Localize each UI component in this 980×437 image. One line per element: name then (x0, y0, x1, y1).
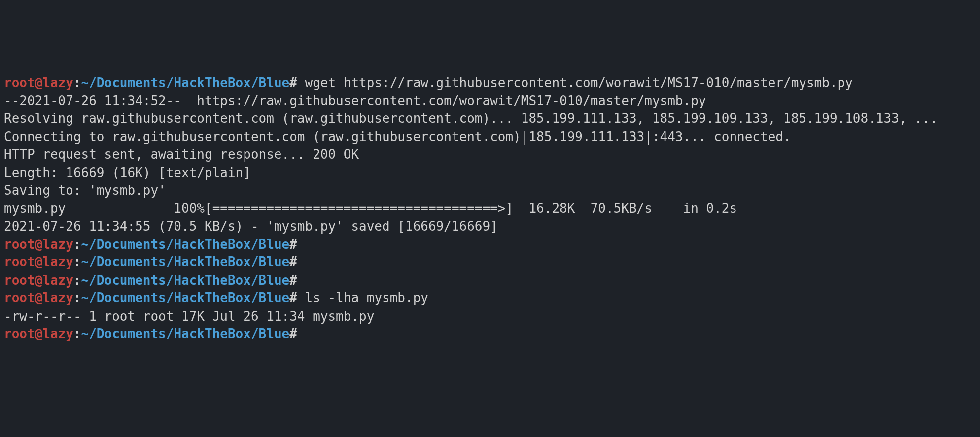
prompt-hash: # (289, 327, 297, 341)
output-line: Length: 16669 (16K) [text/plain] (4, 164, 976, 182)
command-text: wget https://raw.githubusercontent.com/w… (297, 75, 853, 90)
output-progress-line: mysmb.py 100%[==========================… (4, 199, 976, 217)
terminal-output[interactable]: root@lazy:~/Documents/HackTheBox/Blue# w… (4, 74, 976, 343)
command-text (297, 327, 305, 341)
output-ls-line: -rw-r--r-- 1 root root 17K Jul 26 11:34 … (4, 307, 976, 325)
prompt-user: root@lazy (4, 75, 73, 90)
output-line: Saving to: 'mysmb.py' (4, 182, 976, 199)
command-line-3: root@lazy:~/Documents/HackTheBox/Blue# (4, 253, 976, 271)
output-line: 2021-07-26 11:34:55 (70.5 KB/s) - 'mysmb… (4, 218, 976, 235)
prompt-colon: : (73, 273, 81, 288)
prompt-path: ~/Documents/HackTheBox/Blue (81, 255, 290, 269)
prompt-colon: : (73, 291, 81, 305)
prompt-hash: # (289, 237, 297, 252)
prompt-user: root@lazy (4, 273, 73, 288)
output-line: Connecting to raw.githubusercontent.com … (4, 128, 976, 146)
prompt-path: ~/Documents/HackTheBox/Blue (81, 237, 290, 252)
prompt-path: ~/Documents/HackTheBox/Blue (81, 327, 290, 341)
prompt-path: ~/Documents/HackTheBox/Blue (81, 273, 290, 288)
prompt-user: root@lazy (4, 255, 73, 269)
prompt-hash: # (289, 291, 297, 305)
command-text (297, 273, 305, 288)
prompt-path: ~/Documents/HackTheBox/Blue (81, 291, 290, 305)
command-text (297, 255, 305, 269)
output-line: --2021-07-26 11:34:52-- https://raw.gith… (4, 92, 976, 109)
prompt-user: root@lazy (4, 291, 73, 305)
prompt-hash: # (289, 255, 297, 269)
command-line-1: root@lazy:~/Documents/HackTheBox/Blue# w… (4, 74, 976, 92)
prompt-path: ~/Documents/HackTheBox/Blue (81, 75, 290, 90)
output-line: HTTP request sent, awaiting response... … (4, 146, 976, 163)
prompt-colon: : (73, 255, 81, 269)
prompt-colon: : (73, 327, 81, 341)
command-line-5: root@lazy:~/Documents/HackTheBox/Blue# l… (4, 289, 976, 307)
output-line: Resolving raw.githubusercontent.com (raw… (4, 109, 976, 127)
command-text (297, 237, 305, 252)
command-line-4: root@lazy:~/Documents/HackTheBox/Blue# (4, 271, 976, 289)
prompt-hash: # (289, 273, 297, 288)
prompt-colon: : (73, 237, 81, 252)
command-line-2: root@lazy:~/Documents/HackTheBox/Blue# (4, 235, 976, 253)
prompt-hash: # (289, 75, 297, 90)
prompt-colon: : (73, 75, 81, 90)
prompt-user: root@lazy (4, 237, 73, 252)
command-line-6: root@lazy:~/Documents/HackTheBox/Blue# (4, 325, 976, 343)
command-text: ls -lha mysmb.py (297, 291, 428, 305)
prompt-user: root@lazy (4, 327, 73, 341)
